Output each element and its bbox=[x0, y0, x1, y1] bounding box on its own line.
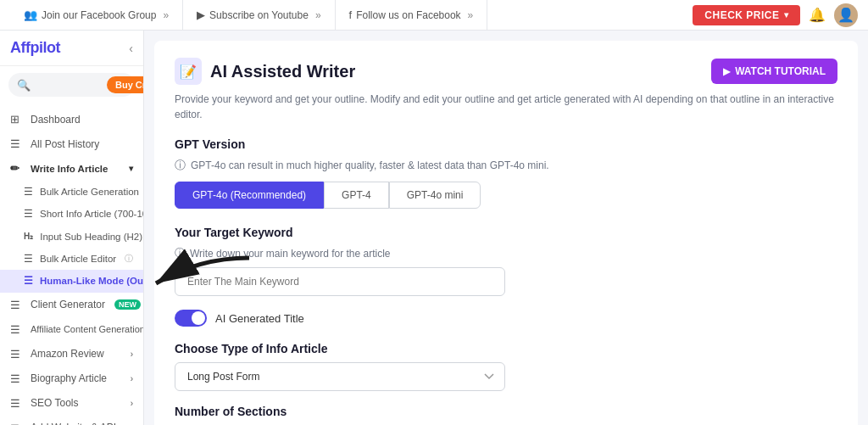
keyword-section-label: Your Target Keyword bbox=[175, 226, 837, 239]
facebook-group-link[interactable]: 👥 Join our Facebook Group » bbox=[10, 0, 183, 30]
chevron-right-icon: › bbox=[131, 350, 133, 359]
top-bar-right: Check Price ▾ 🔔 👤 bbox=[693, 3, 858, 27]
editor-icon: ☰ bbox=[24, 253, 33, 265]
content-inner: 📝 AI Assisted Writer ▶ WATCH TUTORIAL Pr… bbox=[154, 41, 858, 425]
keyword-input[interactable] bbox=[175, 267, 505, 296]
sidebar-item-short-info-article[interactable]: ☰ Short Info Article (700-1000 words) ⓘ bbox=[0, 203, 143, 226]
sidebar-item-client-generator[interactable]: ☰ Client Generator NEW bbox=[0, 293, 143, 317]
toggle-knob bbox=[192, 311, 205, 325]
sidebar-item-affiliate-content[interactable]: ☰ Affiliate Content Generation bbox=[0, 317, 143, 342]
toggle-row: AI Generated Title bbox=[175, 310, 837, 327]
sidebar: Affpilot ‹ 🔍 Buy Credit ⊞ Dashboard ☰ Al… bbox=[0, 31, 144, 425]
website-icon: ⊞ bbox=[10, 422, 24, 425]
affiliate-icon: ☰ bbox=[10, 323, 24, 336]
facebook-group-icon: 👥 bbox=[24, 8, 37, 21]
arrow-icon2: » bbox=[315, 9, 321, 21]
short-icon: ☰ bbox=[24, 208, 33, 220]
sidebar-item-biography-article[interactable]: ☰ Biography Article › bbox=[0, 366, 143, 391]
keyword-info: ⓘ Write down your main keyword for the a… bbox=[175, 246, 837, 260]
sidebar-item-write-info-article[interactable]: ✏ Write Info Article ▾ bbox=[0, 156, 143, 181]
sidebar-item-all-post-history[interactable]: ☰ All Post History bbox=[0, 131, 143, 156]
page-description: Provide your keyword and get your outlin… bbox=[175, 92, 837, 122]
toggle-label: AI Generated Title bbox=[215, 312, 304, 325]
article-type-select[interactable]: Long Post Form Short Post Form List Post… bbox=[175, 362, 505, 391]
sidebar-item-seo-tools[interactable]: ☰ SEO Tools › bbox=[0, 391, 143, 416]
sections-label: Number of Sections bbox=[175, 405, 837, 418]
human-icon: ☰ bbox=[24, 275, 33, 287]
page-title-row: 📝 AI Assisted Writer ▶ WATCH TUTORIAL bbox=[175, 58, 837, 85]
sidebar-item-amazon-review[interactable]: ☰ Amazon Review › bbox=[0, 342, 143, 366]
youtube-link[interactable]: ▶ Subscribe on Youtube » bbox=[183, 0, 335, 30]
page-title: 📝 AI Assisted Writer bbox=[175, 58, 355, 85]
info-icon-gpt: ⓘ bbox=[175, 158, 186, 173]
main-layout: Affpilot ‹ 🔍 Buy Credit ⊞ Dashboard ☰ Al… bbox=[0, 31, 868, 425]
sidebar-search: 🔍 Buy Credit bbox=[8, 73, 135, 97]
sidebar-header: Affpilot ‹ bbox=[0, 31, 143, 66]
article-type-label: Choose Type of Info Article bbox=[175, 342, 837, 355]
check-price-button[interactable]: Check Price ▾ bbox=[693, 5, 800, 25]
dashboard-icon: ⊞ bbox=[10, 113, 24, 126]
avatar[interactable]: 👤 bbox=[834, 3, 858, 27]
gpt-buttons: GPT-4o (Recommended) GPT-4 GPT-4o mini bbox=[175, 182, 837, 209]
chevron-right-icon3: › bbox=[131, 399, 133, 408]
amazon-icon: ☰ bbox=[10, 348, 24, 361]
bio-icon: ☰ bbox=[10, 372, 24, 385]
sidebar-collapse-button[interactable]: ‹ bbox=[129, 42, 133, 55]
sidebar-item-bulk-article-editor[interactable]: ☰ Bulk Article Editor ⓘ bbox=[0, 248, 143, 270]
sidebar-item-dashboard[interactable]: ⊞ Dashboard bbox=[0, 107, 143, 131]
buy-credit-button[interactable]: Buy Credit bbox=[107, 76, 144, 93]
info-icon-keyword: ⓘ bbox=[175, 246, 185, 260]
seo-icon: ☰ bbox=[10, 397, 24, 410]
ai-title-toggle[interactable] bbox=[175, 310, 207, 327]
info-icon4: ⓘ bbox=[125, 253, 133, 265]
sections-section: Number of Sections AI will creatively th… bbox=[175, 405, 837, 425]
logo: Affpilot bbox=[10, 39, 60, 57]
gpt-4o-button[interactable]: GPT-4o (Recommended) bbox=[175, 182, 324, 209]
sidebar-nav: ⊞ Dashboard ☰ All Post History ✏ Write I… bbox=[0, 103, 143, 425]
notifications-button[interactable]: 🔔 bbox=[809, 7, 826, 23]
client-icon: ☰ bbox=[10, 299, 24, 311]
youtube-icon: ▶ bbox=[197, 8, 205, 21]
follow-facebook-link[interactable]: f Follow us on Facebook » bbox=[336, 0, 488, 30]
article-type-section: Choose Type of Info Article Long Post Fo… bbox=[175, 342, 837, 391]
sidebar-item-input-sub-heading[interactable]: H₂ Input Sub Heading (H2) ⓘ bbox=[0, 226, 143, 248]
play-icon: ▶ bbox=[723, 66, 730, 77]
gpt-4-button[interactable]: GPT-4 bbox=[324, 182, 389, 209]
write-icon: ✏ bbox=[10, 162, 24, 175]
bulk-icon: ☰ bbox=[24, 186, 33, 198]
sidebar-item-add-website[interactable]: ⊞ Add Website & API › bbox=[0, 416, 143, 425]
facebook-icon: f bbox=[349, 8, 353, 21]
top-bar: 👥 Join our Facebook Group » ▶ Subscribe … bbox=[0, 0, 868, 31]
history-icon: ☰ bbox=[10, 137, 24, 150]
content-area: 📝 AI Assisted Writer ▶ WATCH TUTORIAL Pr… bbox=[144, 31, 868, 425]
arrow-icon: » bbox=[163, 9, 169, 21]
search-icon: 🔍 bbox=[17, 79, 31, 92]
sidebar-item-bulk-article-generation[interactable]: ☰ Bulk Article Generation ⓘ bbox=[0, 181, 143, 203]
gpt-info: ⓘ GPT-4o can result in much higher quali… bbox=[175, 158, 837, 173]
title-icon: 📝 bbox=[175, 58, 202, 85]
chevron-right-icon2: › bbox=[131, 374, 133, 383]
new-badge: NEW bbox=[114, 299, 141, 310]
gpt-section-label: GPT Version bbox=[175, 137, 837, 151]
chevron-down-icon: ▾ bbox=[129, 164, 133, 173]
h2-icon: H₂ bbox=[24, 232, 33, 241]
sidebar-item-human-like-mode[interactable]: ☰ Human-Like Mode (Outline to Article) ⓘ bbox=[0, 270, 143, 293]
gpt-4o-mini-button[interactable]: GPT-4o mini bbox=[389, 182, 481, 209]
search-input[interactable] bbox=[35, 79, 103, 91]
chevron-icon: ▾ bbox=[784, 10, 789, 20]
keyword-section: Your Target Keyword ⓘ Write down your ma… bbox=[175, 226, 837, 296]
watch-tutorial-button[interactable]: ▶ WATCH TUTORIAL bbox=[711, 59, 837, 84]
arrow-icon3: » bbox=[468, 9, 474, 21]
